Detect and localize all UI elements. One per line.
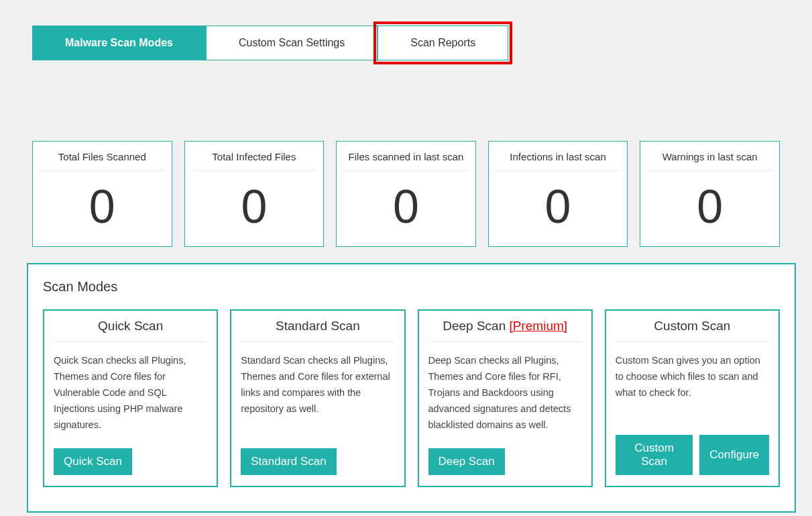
tab-malware-scan-modes[interactable]: Malware Scan Modes [32,25,206,60]
modes-row: Quick Scan Quick Scan checks all Plugins… [43,309,780,487]
tab-scan-reports[interactable]: Scan Reports [378,25,508,60]
mode-card-deep-scan: Deep Scan [Premium] Deep Scan checks all… [418,309,593,487]
stat-title: Warnings in last scan [647,151,772,171]
stat-title: Total Infected Files [192,151,317,171]
custom-scan-button[interactable]: Custom Scan [616,435,693,475]
quick-scan-button[interactable]: Quick Scan [54,448,132,475]
stat-card-total-files-scanned: Total Files Scanned 0 [32,141,172,247]
stat-card-total-infected-files: Total Infected Files 0 [184,141,325,247]
mode-card-custom-scan: Custom Scan Custom Scan gives you an opt… [605,309,780,487]
mode-buttons: Custom Scan Configure [616,435,769,475]
stat-card-warnings-last-scan: Warnings in last scan 0 [640,141,780,247]
stat-value: 0 [40,183,165,230]
mode-name: Quick Scan [98,319,163,333]
stat-title: Total Files Scanned [40,151,165,171]
stats-row: Total Files Scanned 0 Total Infected Fil… [32,141,780,247]
mode-desc: Quick Scan checks all Plugins, Themes an… [54,353,207,433]
deep-scan-button[interactable]: Deep Scan [428,448,505,475]
stat-title: Infections in last scan [496,151,621,171]
mode-header: Deep Scan [Premium] [428,319,582,342]
mode-card-quick-scan: Quick Scan Quick Scan checks all Plugins… [43,309,218,487]
stat-value: 0 [496,183,621,230]
mode-name: Standard Scan [276,319,360,333]
mode-name: Deep Scan [443,319,506,333]
mode-header: Custom Scan [616,319,769,342]
mode-desc: Custom Scan gives you an option to choos… [616,353,769,420]
premium-badge[interactable]: [Premium] [509,319,567,333]
stat-value: 0 [192,183,317,230]
tab-custom-scan-settings[interactable]: Custom Scan Settings [206,25,378,60]
mode-name: Custom Scan [654,319,730,333]
stat-value: 0 [647,183,772,230]
mode-header: Standard Scan [241,319,394,342]
stat-card-infections-last-scan: Infections in last scan 0 [488,141,628,247]
configure-button[interactable]: Configure [699,435,769,475]
mode-buttons: Quick Scan [54,448,207,475]
scan-modes-title: Scan Modes [43,279,780,295]
tabs-container: Malware Scan Modes Custom Scan Settings … [32,25,812,60]
scan-modes-panel: Scan Modes Quick Scan Quick Scan checks … [27,263,796,513]
mode-buttons: Standard Scan [241,448,394,475]
mode-header: Quick Scan [54,319,207,342]
mode-desc: Standard Scan checks all Plugins, Themes… [241,353,394,433]
stat-title: Files scanned in last scan [343,151,469,171]
standard-scan-button[interactable]: Standard Scan [241,448,336,475]
stat-card-files-scanned-last-scan: Files scanned in last scan 0 [336,141,476,247]
stat-value: 0 [343,183,469,230]
mode-desc: Deep Scan checks all Plugins, Themes and… [428,353,582,433]
mode-buttons: Deep Scan [428,448,582,475]
mode-card-standard-scan: Standard Scan Standard Scan checks all P… [230,309,405,487]
